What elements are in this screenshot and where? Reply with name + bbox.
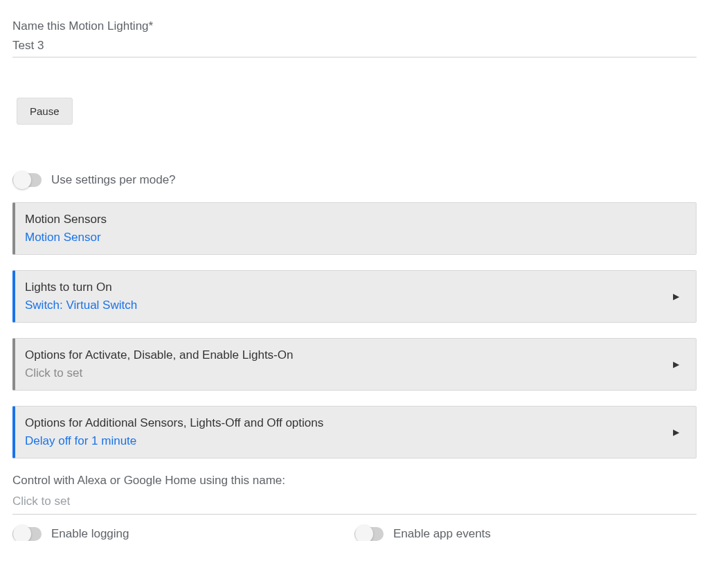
panel-subtitle: Delay off for 1 minute — [25, 434, 323, 448]
panel-subtitle: Switch: Virtual Switch — [25, 299, 137, 312]
control-with-section: Control with Alexa or Google Home using … — [12, 474, 697, 515]
panel-title: Lights to turn On — [25, 280, 137, 294]
panel-body: Options for Activate, Disable, and Enabl… — [25, 348, 293, 380]
app-events-label: Enable app events — [393, 527, 491, 541]
panel-title: Options for Activate, Disable, and Enabl… — [25, 348, 293, 362]
bottom-toggles-row: Enable logging Enable app events — [12, 527, 697, 541]
per-mode-label: Use settings per mode? — [51, 173, 176, 187]
per-mode-toggle-row: Use settings per mode? — [12, 173, 697, 187]
panel-options-activate[interactable]: Options for Activate, Disable, and Enabl… — [12, 338, 697, 391]
app-events-toggle-row: Enable app events — [354, 527, 697, 541]
panel-body: Motion Sensors Motion Sensor — [25, 213, 107, 244]
panel-motion-sensors[interactable]: Motion Sensors Motion Sensor — [12, 202, 697, 255]
chevron-right-icon: ▶ — [673, 427, 679, 437]
panel-body: Lights to turn On Switch: Virtual Switch — [25, 280, 137, 312]
panel-body: Options for Additional Sensors, Lights-O… — [25, 416, 323, 448]
logging-toggle[interactable] — [12, 527, 42, 541]
panel-subtitle: Motion Sensor — [25, 231, 107, 244]
pause-button[interactable]: Pause — [17, 98, 73, 125]
panel-title: Motion Sensors — [25, 213, 107, 226]
name-field: Name this Motion Lighting* — [12, 19, 697, 57]
logging-label: Enable logging — [51, 527, 129, 541]
name-label: Name this Motion Lighting* — [12, 19, 697, 33]
logging-toggle-row: Enable logging — [12, 527, 354, 541]
control-with-label: Control with Alexa or Google Home using … — [12, 474, 697, 488]
chevron-right-icon: ▶ — [673, 292, 679, 301]
name-input[interactable] — [12, 37, 697, 57]
panel-subtitle: Click to set — [25, 366, 293, 380]
chevron-right-icon: ▶ — [673, 359, 679, 369]
panel-options-off[interactable]: Options for Additional Sensors, Lights-O… — [12, 406, 697, 458]
per-mode-toggle[interactable] — [12, 173, 42, 187]
app-events-toggle[interactable] — [354, 527, 384, 541]
panel-title: Options for Additional Sensors, Lights-O… — [25, 416, 323, 430]
panel-lights-on[interactable]: Lights to turn On Switch: Virtual Switch… — [12, 270, 697, 323]
control-with-input[interactable] — [12, 493, 697, 515]
